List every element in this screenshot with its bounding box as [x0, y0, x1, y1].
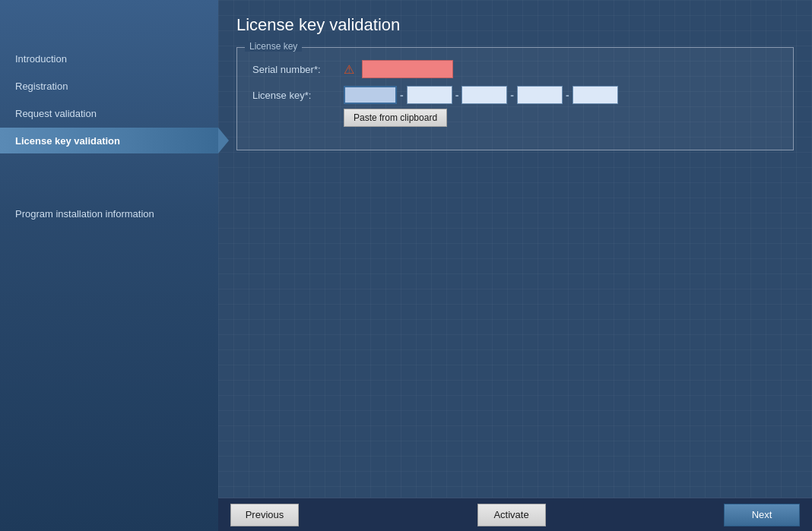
- license-key-label: License key*:: [252, 90, 344, 101]
- separator-1: -: [400, 89, 404, 101]
- license-key-row: License key*: - - - - Paste from clip: [252, 86, 778, 127]
- license-key-fields: - - - -: [344, 86, 618, 104]
- license-segment-4[interactable]: [517, 86, 563, 104]
- license-segment-3[interactable]: [462, 86, 507, 104]
- previous-button[interactable]: Previous: [230, 504, 299, 526]
- sidebar-item-program-installation-information[interactable]: Program installation information: [0, 201, 218, 226]
- bottom-center: Activate: [299, 504, 724, 526]
- sidebar-item-label: Program installation information: [15, 208, 154, 220]
- separator-4: -: [566, 89, 569, 101]
- sidebar-item-introduction[interactable]: Introduction: [0, 46, 218, 71]
- bottom-right: Next: [724, 504, 800, 526]
- sidebar: Introduction Registration Request valida…: [0, 0, 218, 531]
- bottom-left: Previous: [230, 504, 299, 526]
- serial-number-label: Serial number*:: [252, 64, 344, 75]
- sidebar-item-registration[interactable]: Registration: [0, 73, 218, 99]
- sidebar-item-label: License key validation: [15, 135, 120, 147]
- serial-number-controls: ⚠: [344, 60, 453, 78]
- paste-from-clipboard-button[interactable]: Paste from clipboard: [344, 109, 447, 127]
- page-title: License key validation: [236, 15, 794, 35]
- serial-number-row: Serial number*: ⚠: [252, 60, 778, 78]
- separator-2: -: [455, 89, 459, 101]
- sidebar-item-label: Request validation: [15, 108, 97, 119]
- separator-3: -: [510, 89, 514, 101]
- sidebar-item-label: Introduction: [15, 53, 67, 65]
- content-area: License key validation License key Seria…: [218, 0, 812, 498]
- license-segment-1[interactable]: [344, 86, 397, 104]
- main-content: License key validation License key Seria…: [218, 0, 812, 531]
- license-box-legend: License key: [245, 41, 302, 52]
- sidebar-item-request-validation[interactable]: Request validation: [0, 100, 218, 126]
- serial-number-input[interactable]: [362, 60, 453, 78]
- next-button[interactable]: Next: [724, 504, 800, 526]
- sidebar-item-license-key-validation[interactable]: License key validation: [0, 128, 218, 153]
- bottom-bar: Previous Activate Next: [218, 498, 812, 531]
- license-key-box: License key Serial number*: ⚠ License ke…: [236, 47, 794, 150]
- license-segment-2[interactable]: [407, 86, 452, 104]
- activate-button[interactable]: Activate: [477, 504, 546, 526]
- sidebar-item-label: Registration: [15, 81, 68, 92]
- license-segment-5[interactable]: [573, 86, 618, 104]
- warning-icon: ⚠: [344, 62, 354, 77]
